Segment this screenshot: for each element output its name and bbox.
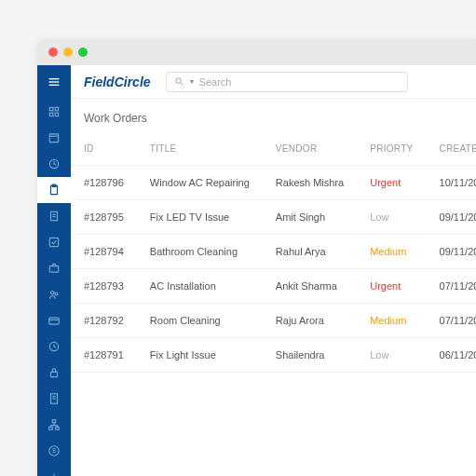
close-window-button[interactable] [48,48,58,57]
column-header-id[interactable]: ID [71,134,137,166]
receipt-icon [48,392,61,405]
sidebar-item-calendar[interactable] [37,125,71,151]
svg-point-18 [55,292,58,295]
cell-id: #128791 [71,338,137,373]
table-row[interactable]: #128794Bathroom CleaningRahul AryaMedium… [71,235,476,269]
cell-priority: Medium [357,304,426,338]
minimize-window-button[interactable] [63,48,73,57]
cell-title: Bathroom Cleaning [137,235,263,269]
lock-icon [48,366,61,379]
dashboard-icon [48,105,61,118]
table-row[interactable]: #128792Room CleaningRaju AroraMedium07/1… [71,304,476,338]
cell-priority: Low [357,200,426,235]
svg-rect-3 [49,107,53,111]
cell-vendor: Rahul Arya [263,235,357,269]
cell-title: Fix Light Issue [137,338,263,373]
users-icon [48,288,61,301]
dollar-icon: $ [48,444,61,457]
table-row[interactable]: #128793AC InstallationAnkit SharmaUrgent… [71,269,476,304]
cell-title: AC Installation [137,269,263,304]
clock-icon [48,340,61,353]
svg-rect-16 [49,266,58,272]
cell-vendor: Rakesh Mishra [263,166,357,200]
column-header-priority[interactable]: PRIORTY [357,134,426,166]
menu-toggle-button[interactable] [37,65,71,99]
column-header-created[interactable]: CREATED DAT [427,134,476,166]
sidebar-item-chart[interactable] [37,464,71,476]
svg-rect-15 [49,238,58,246]
maximize-window-button[interactable] [78,48,88,57]
titlebar [37,39,476,65]
cell-created: 06/11/2019, 1 [427,338,476,373]
cell-id: #128794 [71,235,137,269]
search-box[interactable]: ▾ [166,72,408,92]
table-row[interactable]: #128795Fix LED TV IssueAmit SinghLow09/1… [71,200,476,235]
invoice-icon [48,210,61,223]
checkbox-icon [48,236,61,249]
briefcase-icon [48,262,61,275]
card-icon [48,314,61,327]
cell-vendor: Raju Arora [263,304,357,338]
app-window: $ FieldCircle ▾ Work Orders ID TITLE VEN… [37,39,476,476]
cell-title: Room Cleaning [137,304,263,338]
history-icon [48,157,61,170]
cell-title: Window AC Repairing [137,166,263,200]
cell-vendor: Amit Singh [263,200,357,235]
svg-rect-6 [55,113,59,116]
header: FieldCircle ▾ [71,65,476,99]
sidebar-item-history[interactable] [37,151,71,177]
cell-vendor: Ankit Sharma [263,269,357,304]
sidebar-item-card[interactable] [37,307,71,333]
main-content: FieldCircle ▾ Work Orders ID TITLE VENDO… [71,65,476,476]
search-icon [174,76,184,87]
sidebar-item-receipt[interactable] [37,386,71,412]
column-header-title[interactable]: TITLE [137,134,263,166]
cell-priority: Urgent [357,269,426,304]
svg-point-17 [51,292,55,295]
cell-id: #128795 [71,200,137,235]
svg-rect-19 [49,318,60,324]
chart-icon [48,470,61,476]
svg-line-39 [180,83,182,85]
clipboard-icon [48,184,61,197]
table-header-row: ID TITLE VENDOR PRIORTY CREATED DAT [71,134,476,166]
svg-text:$: $ [52,447,56,454]
cell-created: 07/11/2019, 1 [427,269,476,304]
cell-id: #128792 [71,304,137,338]
cell-created: 07/11/2019, 0 [427,304,476,338]
calendar-icon [48,131,61,144]
cell-created: 09/11/2019, 1 [427,200,476,235]
page-title: Work Orders [71,99,476,134]
search-input[interactable] [199,76,400,88]
cell-priority: Low [357,338,426,373]
sidebar-item-dashboard[interactable] [37,99,71,125]
svg-rect-22 [51,372,58,376]
table-row[interactable]: #128791Fix Light IssueShailendraLow06/11… [71,338,476,373]
sidebar-item-dollar[interactable]: $ [37,438,71,464]
work-orders-table: ID TITLE VENDOR PRIORTY CREATED DAT #128… [71,134,476,373]
svg-point-38 [175,78,181,84]
svg-rect-4 [55,107,59,111]
sidebar: $ [37,65,71,476]
sidebar-item-clock[interactable] [37,333,71,360]
chevron-down-icon: ▾ [190,77,194,86]
cell-created: 09/11/2019, 0 [427,235,476,269]
cell-vendor: Shailendra [263,338,357,373]
column-header-vendor[interactable]: VENDOR [263,134,357,166]
sidebar-item-checkbox[interactable] [37,229,71,255]
sidebar-item-briefcase[interactable] [37,255,71,281]
brand-logo: FieldCircle [84,75,151,89]
cell-id: #128793 [71,269,137,304]
svg-rect-28 [56,427,60,429]
sidebar-item-clipboard[interactable] [37,177,71,203]
svg-rect-7 [49,134,58,143]
sidebar-item-invoice[interactable] [37,203,71,229]
sidebar-item-users[interactable] [37,281,71,307]
table-row[interactable]: #128796Window AC RepairingRakesh MishraU… [71,166,476,200]
sidebar-item-sitemap[interactable] [37,412,71,438]
cell-priority: Medium [357,235,426,269]
cell-created: 10/11/2019, 10 [427,166,476,200]
sidebar-item-lock[interactable] [37,360,71,386]
svg-rect-26 [52,420,56,423]
svg-rect-5 [49,113,53,116]
